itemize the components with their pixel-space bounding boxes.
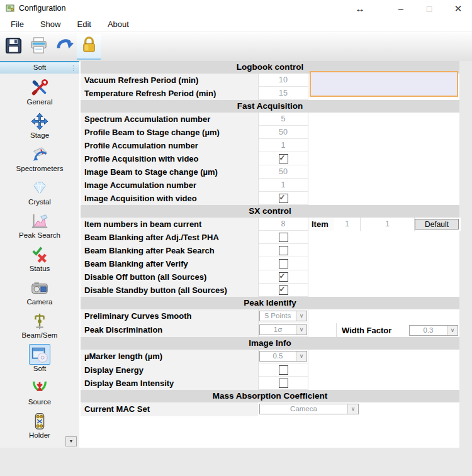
marker-length-m-dropdown[interactable]: 0.5∨ bbox=[259, 351, 307, 362]
image-beam-to-stage-change-m-field[interactable]: 50 bbox=[258, 165, 308, 179]
setting-label: Beam Blanking after Adj./Test PHA bbox=[81, 231, 258, 244]
sidebar-tab-header[interactable]: Soft ⋮ bbox=[0, 61, 79, 74]
disable-standby-button-all-sources-checkbox[interactable] bbox=[279, 285, 288, 295]
redo-button[interactable] bbox=[53, 34, 77, 60]
configuration-window: Configuration ↔–□✕ FileShowEditAbout Sof… bbox=[0, 0, 472, 476]
setting-label: Current MAC Set bbox=[81, 402, 258, 416]
beam-blanking-after-peak-search-checkbox[interactable] bbox=[279, 246, 288, 255]
lock-icon bbox=[79, 35, 99, 57]
profile-beam-to-stage-change-m-field[interactable]: 50 bbox=[258, 126, 308, 139]
disable-off-button-all-sources-checkbox[interactable] bbox=[279, 272, 288, 282]
peak-discrimination-dropdown-value: 1σ bbox=[260, 325, 296, 335]
image-accumulation-number-field[interactable]: 1 bbox=[258, 179, 308, 192]
sidebar-item-camera[interactable]: Camera bbox=[0, 277, 79, 311]
display-energy-checkbox[interactable] bbox=[279, 365, 288, 375]
sidebar-item-beam-sem[interactable]: Beam/Sem bbox=[0, 311, 79, 344]
settings-row: Profile Beam to Stage change (µm)50 bbox=[81, 126, 459, 139]
spacer-cell bbox=[308, 323, 337, 337]
settings-row: Profile Acquisition with video bbox=[81, 152, 459, 165]
sidebar-item-spectrometers[interactable]: Spectrometers bbox=[0, 144, 79, 177]
peak-chart-icon bbox=[29, 211, 50, 231]
menu-file[interactable]: File bbox=[3, 19, 32, 29]
section-image-info: Image InfoµMarker length (µm)0.5∨Display… bbox=[81, 337, 459, 390]
display-energy-field bbox=[258, 363, 308, 377]
minimize-button[interactable]: – bbox=[391, 0, 411, 17]
menu-edit[interactable]: Edit bbox=[69, 19, 99, 29]
current-mac-set-dropdown[interactable]: Cameca∨ bbox=[259, 404, 359, 414]
beam-blanking-after-verify-checkbox[interactable] bbox=[279, 259, 288, 268]
sidebar-item-status[interactable]: Status bbox=[0, 244, 79, 277]
chevron-down-icon: ∨ bbox=[296, 351, 306, 361]
row-right-area bbox=[308, 126, 459, 139]
settings-row: Profile Accumulation number1 bbox=[81, 139, 459, 152]
setting-label: Profile Accumulation number bbox=[81, 139, 258, 152]
chevron-down-icon: ∨ bbox=[447, 326, 458, 335]
setting-label: Beam Blanking after Peak Search bbox=[81, 244, 258, 257]
settings-row: Image Acquisition with video bbox=[81, 192, 459, 205]
maximize-button[interactable]: □ bbox=[419, 0, 439, 17]
peak-discrimination-field: 1σ∨ bbox=[258, 323, 308, 337]
image-accumulation-number-value: 1 bbox=[281, 180, 286, 189]
chevron-down-icon: ∨ bbox=[296, 325, 306, 335]
profile-acquisition-with-video-checkbox[interactable] bbox=[279, 154, 288, 163]
section-fast-acquisition: Fast AcquisitionSpectrum Accumulation nu… bbox=[81, 100, 459, 205]
tools-icon bbox=[29, 77, 50, 98]
sidebar-menu-dots-icon[interactable]: ⋮ bbox=[70, 63, 77, 73]
chevron-down-icon: ∨ bbox=[296, 311, 306, 321]
setting-label: Peak Discrimination bbox=[81, 323, 258, 337]
default-button[interactable]: Default bbox=[415, 219, 459, 230]
width-factor-dropdown[interactable]: 0.3∨ bbox=[409, 325, 458, 336]
save-icon bbox=[4, 36, 23, 58]
profile-accumulation-number-field[interactable]: 1 bbox=[258, 139, 308, 152]
setting-label: Spectrum Accumulation number bbox=[81, 113, 258, 126]
image-acquisition-with-video-checkbox[interactable] bbox=[279, 194, 288, 203]
vacuum-refresh-period-min-field[interactable]: 10 bbox=[258, 74, 308, 87]
sidebar-item-crystal[interactable]: Crystal bbox=[0, 177, 79, 211]
setting-label: Profile Beam to Stage change (µm) bbox=[81, 126, 258, 139]
setting-label: Image Beam to Stage change (µm) bbox=[81, 165, 258, 179]
section-header: Mass Absorption Coefficient bbox=[81, 390, 459, 402]
sidebar-item-source[interactable]: Source bbox=[0, 377, 79, 411]
lock-button[interactable] bbox=[77, 34, 101, 60]
row-right-area bbox=[308, 244, 459, 257]
menu-about[interactable]: About bbox=[99, 19, 137, 29]
sidebar-scroll-button[interactable]: ▼ bbox=[65, 436, 77, 446]
row-right-area bbox=[308, 139, 459, 152]
menu-show[interactable]: Show bbox=[32, 19, 69, 29]
redo-arrow-icon bbox=[55, 36, 75, 58]
spectrum-accumulation-number-field[interactable]: 5 bbox=[258, 113, 308, 126]
settings-row: Disable Off button (all Sources) bbox=[81, 270, 459, 284]
save-button[interactable] bbox=[1, 34, 25, 60]
item-numbers-in-beam-current-field[interactable]: 8 bbox=[258, 218, 308, 231]
peak-discrimination-dropdown[interactable]: 1σ∨ bbox=[259, 324, 307, 335]
sidebar-item-peak-search[interactable]: Peak Search bbox=[0, 211, 79, 244]
beam-blanking-after-peak-search-field bbox=[258, 244, 308, 257]
section-header: Image Info bbox=[81, 337, 459, 350]
beam-blanking-after-adj-test-pha-checkbox[interactable] bbox=[279, 233, 288, 242]
settings-row: Image Accumulation number1 bbox=[81, 179, 459, 192]
print-button[interactable] bbox=[26, 34, 50, 60]
display-beam-intensity-checkbox[interactable] bbox=[279, 379, 288, 388]
setting-label: µMarker length (µm) bbox=[81, 350, 258, 363]
sidebar-item-soft[interactable]: Soft bbox=[0, 344, 79, 377]
app-icon bbox=[5, 3, 15, 13]
preliminary-curves-smooth-dropdown[interactable]: 5 Points∨ bbox=[259, 311, 307, 321]
beam-icon bbox=[29, 311, 50, 331]
temperature-refresh-period-min-field[interactable]: 15 bbox=[258, 87, 308, 100]
source-icon bbox=[29, 377, 50, 398]
settings-row: Current MAC SetCameca∨ bbox=[81, 402, 459, 416]
marker-length-m-field: 0.5∨ bbox=[258, 350, 308, 363]
preliminary-curves-smooth-field: 5 Points∨ bbox=[258, 309, 308, 323]
close-button[interactable]: ✕ bbox=[448, 0, 468, 17]
setting-label: Preliminary Curves Smooth bbox=[81, 309, 258, 323]
sidebar-item-label: Spectrometers bbox=[16, 165, 64, 172]
print-icon bbox=[29, 36, 48, 58]
resize-button[interactable]: ↔ bbox=[350, 0, 370, 17]
row-right-area bbox=[308, 270, 459, 284]
highlighted-input-box[interactable] bbox=[310, 71, 458, 97]
settings-row: Beam Blanking after Peak Search bbox=[81, 244, 459, 257]
sidebar-item-general[interactable]: General bbox=[0, 77, 79, 111]
item-value-field-2[interactable]: 1 bbox=[361, 218, 415, 231]
sidebar-item-stage[interactable]: Stage bbox=[0, 111, 79, 144]
item-value-field-1[interactable]: 1 bbox=[334, 218, 361, 231]
